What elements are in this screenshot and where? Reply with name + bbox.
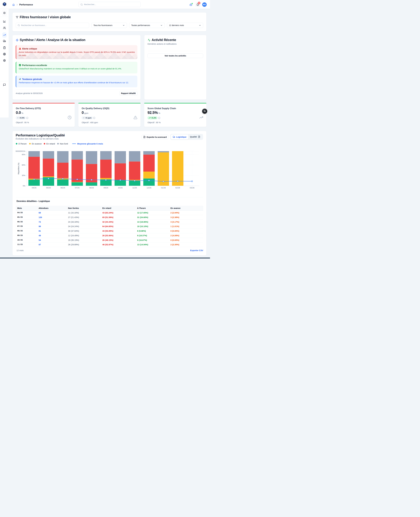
svg-text:07/25: 07/25 — [75, 187, 80, 189]
svg-text:08/25: 08/25 — [89, 187, 94, 189]
svg-text:0: 0 — [16, 150, 16, 152]
svg-text:06/25: 06/25 — [60, 187, 65, 189]
svg-text:04/25: 04/25 — [32, 187, 37, 189]
svg-text:10/25: 10/25 — [118, 187, 123, 189]
svg-text:01/26: 01/26 — [161, 187, 166, 189]
svg-text:11/25: 11/25 — [132, 187, 137, 189]
svg-text:60%: 60% — [22, 164, 25, 166]
svg-text:0%: 0% — [23, 185, 25, 187]
svg-text:Répartition (%): Répartition (%) — [18, 163, 20, 174]
svg-text:03/26: 03/26 — [190, 187, 195, 189]
svg-text:02/26: 02/26 — [175, 187, 180, 189]
svg-text:00000001%: 00000001% — [16, 150, 25, 152]
svg-text:09/25: 09/25 — [104, 187, 108, 189]
svg-text:05/25: 05/25 — [46, 187, 51, 189]
svg-text:90%: 90% — [22, 154, 25, 156]
svg-text:30%: 30% — [22, 174, 25, 177]
svg-text:12/25: 12/25 — [147, 187, 151, 189]
